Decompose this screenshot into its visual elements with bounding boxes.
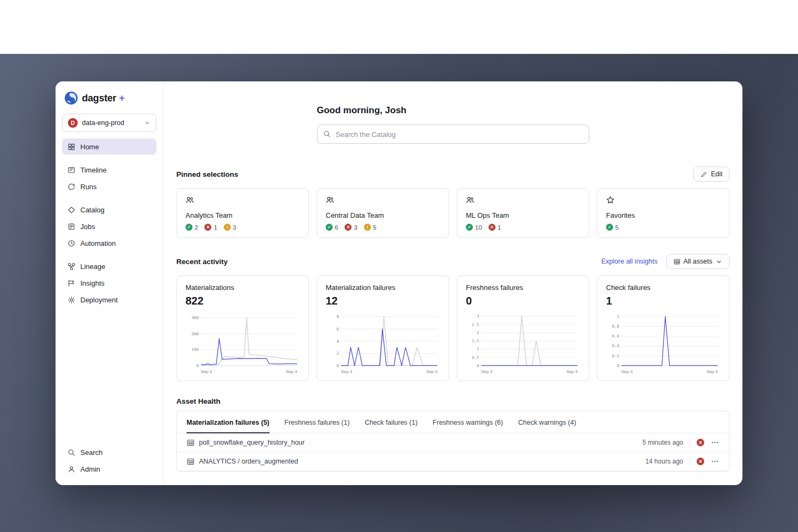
asset-time: 14 hours ago <box>645 458 683 465</box>
asset-name: poll_snowflake_query_history_hour <box>199 439 305 446</box>
pinned-card-favorites[interactable]: Favorites✓5 <box>597 188 730 238</box>
tab-freshness-failures-1[interactable]: Freshness failures (1) <box>285 411 350 433</box>
status-badge-success: ✓10 <box>466 224 482 231</box>
status-badge-warning: !3 <box>224 224 236 231</box>
workspace-avatar: D <box>68 118 78 128</box>
tab-check-failures-1[interactable]: Check failures (1) <box>364 411 417 433</box>
automation-icon <box>67 239 75 247</box>
recent-tools: Explore all insights All assets <box>601 254 730 269</box>
sidebar-item-home[interactable]: Home <box>62 139 156 155</box>
badge-count: 3 <box>354 224 357 231</box>
workspace-selector[interactable]: D data-eng-prod <box>62 114 156 132</box>
edit-button-label: Edit <box>711 170 723 178</box>
svg-text:0: 0 <box>196 363 199 368</box>
asset-row-right: 14 hours ago✕ <box>645 457 719 466</box>
chart-card-materialization-failures[interactable]: Materialization failures1202468Sep 3Sep … <box>317 275 449 381</box>
line-chart: 00.511.522.53Sep 3Sep 4 <box>466 308 580 375</box>
asset-health-title: Asset Health <box>176 397 221 405</box>
chart-card-freshness-failures[interactable]: Freshness failures000.511.522.53Sep 3Sep… <box>457 275 589 381</box>
sidebar-item-lineage[interactable]: Lineage <box>62 258 156 274</box>
svg-text:Sep 3: Sep 3 <box>622 369 633 374</box>
app-plus-badge: + <box>119 93 125 104</box>
sidebar-item-deployment[interactable]: Deployment <box>62 292 156 308</box>
pinned-card-central-data-team[interactable]: Central Data Team✓6✕3!5 <box>317 188 449 238</box>
asset-row[interactable]: ANALYTICS / orders_augmented14 hours ago… <box>177 452 729 471</box>
svg-text:100: 100 <box>191 347 199 352</box>
svg-text:2.5: 2.5 <box>472 322 479 327</box>
pinned-card-ml-ops-team[interactable]: ML Ops Team✓10✕1 <box>457 188 589 238</box>
svg-text:0.5: 0.5 <box>472 355 479 360</box>
svg-text:6: 6 <box>336 327 339 331</box>
asset-row[interactable]: poll_snowflake_query_history_hour5 minut… <box>177 433 729 452</box>
asset-row-left: poll_snowflake_query_history_hour <box>187 439 305 447</box>
pinned-card-analytics-team[interactable]: Analytics Team✓2✕1!3 <box>176 188 309 238</box>
sidebar-item-admin[interactable]: Admin <box>62 461 156 477</box>
asset-time: 5 minutes ago <box>643 439 683 446</box>
status-badge-error: ✕1 <box>204 224 217 231</box>
error-dot-icon: ✕ <box>204 224 211 231</box>
dagster-logo-icon <box>64 91 78 105</box>
sidebar-item-jobs[interactable]: Jobs <box>62 218 156 234</box>
svg-text:0: 0 <box>617 363 620 368</box>
search-icon <box>67 448 75 457</box>
sidebar-item-search[interactable]: Search <box>62 444 156 460</box>
svg-text:1.5: 1.5 <box>472 338 479 343</box>
status-badge-success: ✓5 <box>606 224 618 231</box>
sidebar-item-label: Search <box>80 448 102 457</box>
status-badge-warning: !5 <box>364 224 376 231</box>
pinned-title: Pinned selections <box>176 170 238 178</box>
sidebar-item-label: Admin <box>80 465 100 473</box>
sidebar-item-runs[interactable]: Runs <box>62 178 156 195</box>
badge-count: 1 <box>498 224 501 231</box>
chart-title: Freshness failures <box>466 284 580 292</box>
pinned-card-badges: ✓5 <box>606 224 720 231</box>
asset-health-card: Materialization failures (5)Freshness fa… <box>176 411 730 472</box>
pinned-card-title: ML Ops Team <box>466 211 580 219</box>
success-dot-icon: ✓ <box>185 224 192 231</box>
sidebar-item-label: Timeline <box>80 166 107 174</box>
asset-health-head: Asset Health <box>176 397 730 405</box>
edit-button[interactable]: Edit <box>693 167 730 182</box>
svg-text:Sep 3: Sep 3 <box>201 369 212 374</box>
chart-cards: Materializations8220100200300Sep 3Sep 4M… <box>176 275 730 381</box>
greeting: Good morning, Josh <box>317 105 589 116</box>
line-chart: 0100200300Sep 3Sep 4 <box>185 308 300 375</box>
asset-health-tabs: Materialization failures (5)Freshness fa… <box>177 411 729 433</box>
nav-group-gap <box>62 155 156 162</box>
lineage-icon <box>67 262 75 271</box>
status-badge-success: ✓6 <box>326 224 338 231</box>
sidebar-item-catalog[interactable]: Catalog <box>62 202 156 218</box>
sidebar-item-label: Insights <box>80 279 105 287</box>
nav-group-gap <box>62 252 156 258</box>
sidebar-item-label: Automation <box>80 239 116 247</box>
svg-text:0: 0 <box>477 363 479 368</box>
svg-text:1: 1 <box>477 347 479 351</box>
svg-text:4: 4 <box>336 339 339 344</box>
pinned-card-badges: ✓10✕1 <box>466 224 580 231</box>
chart-title: Materialization failures <box>326 284 440 292</box>
badge-count: 3 <box>233 224 236 231</box>
row-menu-button[interactable] <box>711 438 719 447</box>
all-assets-dropdown[interactable]: All assets <box>666 254 730 269</box>
chart-value: 822 <box>185 295 300 307</box>
row-menu-button[interactable] <box>711 457 719 466</box>
tab-materialization-failures-5[interactable]: Materialization failures (5) <box>187 411 270 433</box>
svg-text:2: 2 <box>477 330 479 335</box>
chart-card-check-failures[interactable]: Check failures100.20.40.60.81Sep 3Sep 4 <box>597 275 730 381</box>
asset-health-rows: poll_snowflake_query_history_hour5 minut… <box>177 433 729 471</box>
success-dot-icon: ✓ <box>466 224 473 231</box>
sidebar-item-insights[interactable]: Insights <box>62 275 156 291</box>
people-icon <box>185 196 194 204</box>
sidebar-item-label: Runs <box>80 183 97 191</box>
pinned-card-title: Favorites <box>606 211 720 219</box>
tab-freshness-warnings-6[interactable]: Freshness warnings (6) <box>432 411 503 433</box>
chart-card-materializations[interactable]: Materializations8220100200300Sep 3Sep 4 <box>176 275 309 381</box>
sidebar-item-automation[interactable]: Automation <box>62 235 156 251</box>
sidebar-item-timeline[interactable]: Timeline <box>62 162 156 178</box>
pinned-section-head: Pinned selections Edit <box>176 167 730 182</box>
tab-check-warnings-4[interactable]: Check warnings (4) <box>518 411 576 433</box>
explore-insights-link[interactable]: Explore all insights <box>601 258 657 265</box>
badge-count: 5 <box>373 224 376 231</box>
people-icon <box>326 196 334 204</box>
search-input[interactable] <box>317 125 589 144</box>
